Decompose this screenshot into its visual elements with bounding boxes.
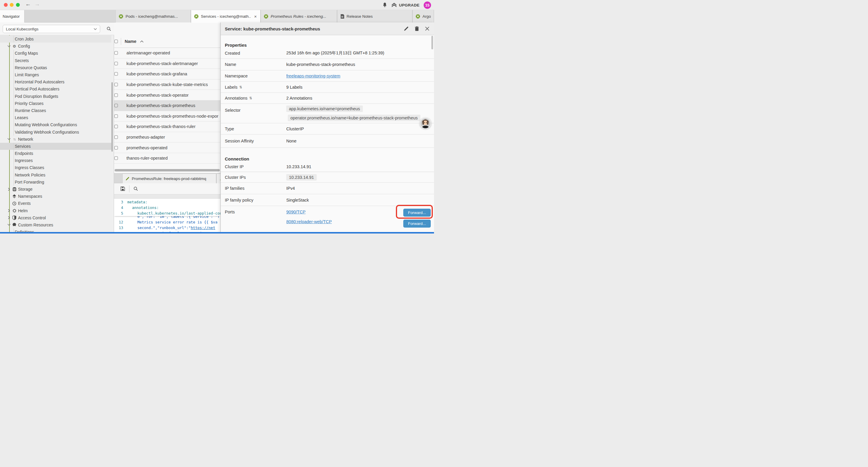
services-horizontal-scrollbar[interactable] [115, 169, 220, 171]
chevron-right-icon[interactable] [7, 209, 11, 212]
chevron-down-icon[interactable] [7, 45, 11, 47]
sidebar-item-label: Helm [18, 208, 28, 213]
table-row[interactable]: thanos-ruler-operated [114, 153, 220, 164]
table-row[interactable]: kube-prometheus-stack-prometheus-node-ex… [114, 111, 220, 122]
close-tab-icon[interactable]: × [253, 14, 257, 19]
forward-button[interactable]: → [34, 1, 40, 7]
zoom-window-button[interactable] [16, 3, 20, 7]
main-tab-3[interactable]: Prometheus Rules - icecheng... [260, 10, 337, 23]
row-checkbox[interactable] [114, 146, 118, 150]
sidebar-item-limit-ranges[interactable]: Limit Ranges [0, 71, 112, 78]
upgrade-button[interactable]: UPGRADE [392, 3, 420, 7]
sidebar-item-config-maps[interactable]: Config Maps [0, 50, 112, 57]
sidebar-item-port-forwarding[interactable]: Port Forwarding [0, 178, 112, 185]
table-row[interactable]: kube-prometheus-stack-grafana [114, 69, 220, 80]
sidebar-item-endpoints[interactable]: Endpoints [0, 150, 112, 157]
row-checkbox[interactable] [114, 135, 118, 139]
sidebar-item-secrets[interactable]: Secrets [0, 57, 112, 64]
row-checkbox[interactable] [114, 62, 118, 65]
editor-tab-partial[interactable] [217, 174, 220, 183]
sidebar-item-label: Ingresses [15, 158, 33, 163]
main-tab-strip: Navigator Pods - icecheng@mathmas...Serv… [0, 10, 434, 23]
row-checkbox[interactable] [114, 156, 118, 160]
sidebar-item-config[interactable]: ⚙Config [0, 42, 112, 50]
row-checkbox[interactable] [114, 51, 118, 55]
edit-pencil-icon[interactable] [404, 26, 409, 31]
select-all-checkbox[interactable] [114, 39, 118, 43]
close-window-button[interactable] [4, 3, 8, 7]
sidebar-item-cron-jobs[interactable]: Cron Jobs [0, 35, 112, 42]
forward-buttons-layer: Forward... Forward... [221, 35, 434, 233]
yaml-editor[interactable]: 3metadata:4annotations:5kubectl.kubernet… [114, 199, 220, 233]
table-row[interactable]: kube-prometheus-stack-alertmanager [114, 59, 220, 69]
service-name: kube-prometheus-stack-operator [126, 93, 188, 97]
sidebar-item-namespaces[interactable]: Namespaces [0, 193, 112, 200]
table-row[interactable]: kube-prometheus-stack-kube-state-metrics [114, 80, 220, 90]
sidebar-item-network-policies[interactable]: Network Policies [0, 171, 112, 178]
sidebar-item-services[interactable]: Services [0, 143, 112, 150]
row-checkbox[interactable] [114, 125, 118, 128]
table-row[interactable]: alertmanager-operated [114, 48, 220, 59]
sidebar-item-resource-quotas[interactable]: Resource Quotas [0, 64, 112, 71]
minimize-window-button[interactable] [10, 3, 13, 7]
sidebar-item-storage[interactable]: Storage [0, 185, 112, 193]
code-line: 12Metrics service error rate is {{ $va [114, 219, 220, 225]
save-icon[interactable] [121, 186, 125, 191]
close-icon[interactable] [425, 27, 429, 31]
sidebar-item-pod-disruption-budgets[interactable]: Pod Disruption Budgets [0, 93, 112, 100]
main-tab-1[interactable]: Pods - icecheng@mathmas... [116, 10, 191, 23]
sidebar-item-runtime-classes[interactable]: Runtime Classes [0, 107, 112, 114]
sort-ascending-icon[interactable] [140, 40, 144, 42]
navigator-scrollbar[interactable] [112, 82, 113, 152]
kubeconfig-selector[interactable]: Local Kubeconfigs [3, 25, 100, 33]
sidebar-item-label: Resource Quotas [15, 65, 47, 70]
table-row[interactable]: prometheus-adapter [114, 132, 220, 143]
main-tab-2[interactable]: Services - icecheng@math...× [191, 10, 260, 23]
sidebar-item-leases[interactable]: Leases [0, 114, 112, 121]
notification-count-badge[interactable]: 15 [424, 1, 431, 9]
row-checkbox[interactable] [114, 93, 118, 97]
back-button[interactable]: ← [25, 1, 31, 7]
table-row[interactable]: kube-prometheus-stack-operator [114, 90, 220, 100]
notification-bell-icon[interactable] [382, 2, 387, 8]
table-row[interactable]: kube-prometheus-stack-thanos-ruler [114, 121, 220, 132]
row-checkbox[interactable] [114, 72, 118, 76]
sidebar-item-access-control[interactable]: Access Control [0, 214, 112, 222]
editor-tab-prometheusrule[interactable]: PrometheusRule: freeleaps-prod-rabbitmq [122, 174, 216, 183]
sidebar-item-label: Secrets [15, 58, 29, 63]
sidebar-item-custom-resources[interactable]: Custom Resources [0, 222, 112, 229]
tab-label: Release Notes [346, 14, 409, 19]
details-scrollbar[interactable] [431, 36, 433, 49]
sidebar-item-priority-classes[interactable]: Priority Classes [0, 100, 112, 107]
chevron-down-icon[interactable] [7, 138, 11, 140]
sidebar-item-horizontal-pod-autoscalers[interactable]: Horizontal Pod Autoscalers [0, 78, 112, 85]
name-column-header[interactable]: Name [125, 39, 136, 44]
sidebar-item-ingress-classes[interactable]: Ingress Classes [0, 164, 112, 171]
sidebar-item-ingresses[interactable]: Ingresses [0, 157, 112, 164]
sidebar-item-validating-webhook-configurations[interactable]: Validating Webhook Configurations [0, 128, 112, 135]
main-tab-4[interactable]: Release Notes [337, 10, 412, 23]
code-link[interactable]: https://net [191, 226, 215, 230]
row-checkbox[interactable] [114, 104, 118, 107]
sidebar-item-helm[interactable]: Helm [0, 207, 112, 214]
editor-search-icon[interactable] [133, 186, 138, 191]
assistant-avatar[interactable] [420, 118, 431, 129]
delete-trash-icon[interactable] [415, 26, 419, 31]
sidebar-item-mutating-webhook-configurations[interactable]: Mutating Webhook Configurations [0, 121, 112, 128]
sidebar-item-events[interactable]: Events [0, 200, 112, 207]
navigator-panel-tab[interactable]: Navigator [0, 10, 25, 23]
chevron-right-icon[interactable] [7, 188, 11, 191]
main-tab-5[interactable]: Argo Se [412, 10, 434, 23]
row-checkbox[interactable] [114, 114, 118, 118]
navigator-search-icon[interactable] [107, 27, 111, 31]
forward-button-8080[interactable]: Forward... [403, 220, 431, 228]
row-checkbox[interactable] [114, 83, 118, 86]
chevron-down-icon[interactable] [7, 224, 11, 226]
table-row[interactable]: kube-prometheus-stack-prometheus [114, 100, 220, 111]
sidebar-item-network[interactable]: ↑↓Network [0, 136, 112, 143]
table-row[interactable]: prometheus-operated [114, 143, 220, 153]
chevron-down-icon [94, 28, 97, 30]
chevron-right-icon[interactable] [7, 216, 11, 219]
sidebar-item-vertical-pod-autoscalers[interactable]: Vertical Pod Autoscalers [0, 85, 112, 92]
sidebar-item-label: Services [15, 144, 31, 149]
